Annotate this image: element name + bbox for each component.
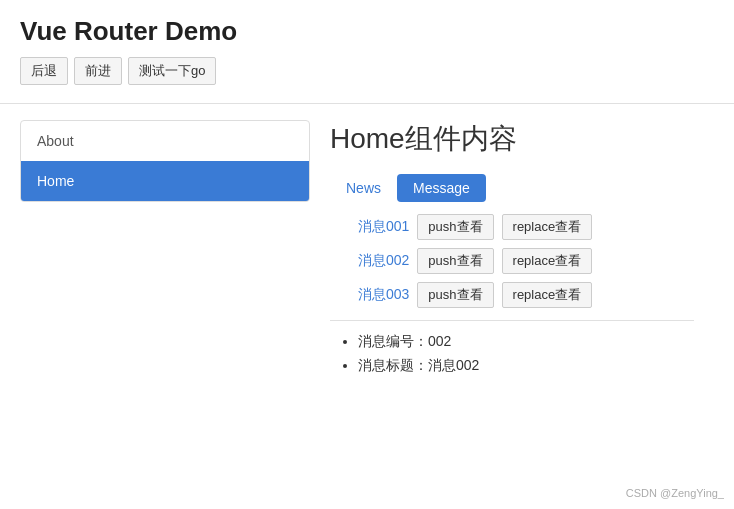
detail-title: 消息标题：消息002 (358, 357, 694, 375)
tab-message[interactable]: Message (397, 174, 486, 202)
sidebar: About Home (20, 120, 310, 202)
divider (330, 320, 694, 321)
forward-button[interactable]: 前进 (74, 57, 122, 85)
header: Vue Router Demo 后退 前进 测试一下go (0, 0, 734, 104)
list-item: 消息003 push查看 replace查看 (358, 282, 694, 308)
message-link-002[interactable]: 消息002 (358, 252, 409, 270)
sidebar-item-about[interactable]: About (21, 121, 309, 161)
replace-button-002[interactable]: replace查看 (502, 248, 593, 274)
main-content: About Home Home组件内容 News Message 消息001 p… (0, 104, 734, 397)
tabs: News Message (330, 174, 694, 202)
tab-news[interactable]: News (330, 174, 397, 202)
replace-button-001[interactable]: replace查看 (502, 214, 593, 240)
replace-button-003[interactable]: replace查看 (502, 282, 593, 308)
detail-id: 消息编号：002 (358, 333, 694, 351)
push-button-002[interactable]: push查看 (417, 248, 493, 274)
push-button-003[interactable]: push查看 (417, 282, 493, 308)
detail-list: 消息编号：002 消息标题：消息002 (330, 333, 694, 375)
content-area: Home组件内容 News Message 消息001 push查看 repla… (310, 120, 714, 381)
push-button-001[interactable]: push查看 (417, 214, 493, 240)
list-item: 消息002 push查看 replace查看 (358, 248, 694, 274)
app-title: Vue Router Demo (20, 16, 714, 47)
go-button[interactable]: 测试一下go (128, 57, 216, 85)
messages-list: 消息001 push查看 replace查看 消息002 push查看 repl… (330, 214, 694, 308)
sidebar-item-home[interactable]: Home (21, 161, 309, 201)
message-link-003[interactable]: 消息003 (358, 286, 409, 304)
content-title: Home组件内容 (330, 120, 694, 158)
list-item: 消息001 push查看 replace查看 (358, 214, 694, 240)
back-button[interactable]: 后退 (20, 57, 68, 85)
toolbar: 后退 前进 测试一下go (20, 57, 714, 85)
message-link-001[interactable]: 消息001 (358, 218, 409, 236)
